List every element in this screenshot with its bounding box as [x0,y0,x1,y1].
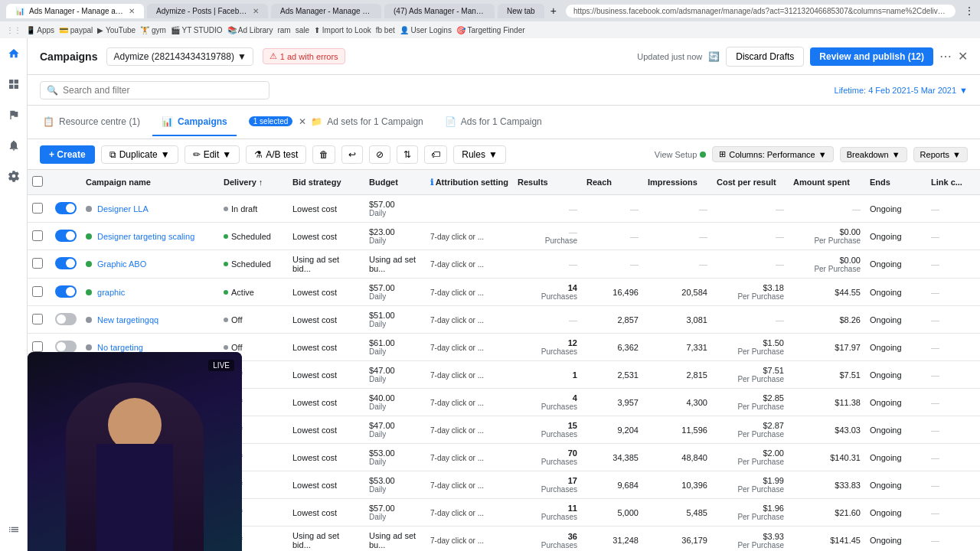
create-button[interactable]: + Create [40,145,95,164]
bookmark-gym[interactable]: 🏋 gym [140,26,166,34]
reports-dropdown-icon[interactable]: ▼ [952,150,961,159]
cpr-header[interactable]: Cost per result [712,170,789,195]
header-more-button[interactable]: ⋯ [939,49,952,64]
link-clicks-header[interactable]: Link c... [926,170,980,195]
delete-button[interactable]: 🗑 [312,145,335,164]
row-checkbox[interactable] [32,286,43,297]
date-range-selector[interactable]: Lifetime: 4 Feb 2021-5 Mar 2021 ▼ [835,86,968,95]
bookmark-ytstudio[interactable]: 🎬 YT STUDIO [171,26,223,34]
tab-close-2[interactable]: ✕ [253,7,259,15]
account-selector[interactable]: Adymize (282143434319788) ▼ [106,47,253,66]
row-checkbox-cell[interactable] [28,195,51,223]
row-checkbox[interactable] [32,258,43,269]
row-checkbox[interactable] [32,314,43,324]
undo-button[interactable]: ↩ [341,145,363,164]
row-checkbox[interactable] [32,230,43,241]
tab-1[interactable]: 📊 Ads Manager - Manage ads - C... ✕ [6,4,144,18]
tab-5[interactable]: New tab [498,4,544,18]
campaign-toggle[interactable] [55,313,77,325]
campaign-name-link[interactable]: Designer LLA [97,204,149,214]
row-checkbox-cell[interactable] [28,250,51,279]
rules-button[interactable]: Rules ▼ [453,145,506,164]
error-badge[interactable]: ⚠ 1 ad with errors [263,48,345,64]
columns-button[interactable]: ⊞ Columns: Performance ▼ [712,146,833,162]
row-toggle-cell[interactable] [51,250,81,279]
bookmark-targetting[interactable]: 🎯 Targetting Finder [456,26,525,34]
bookmark-sale[interactable]: sale [296,26,309,34]
budget-header[interactable]: Budget [364,170,426,195]
row-toggle-cell[interactable] [51,279,81,306]
campaign-name-link[interactable]: graphic [97,288,125,297]
bookmark-adlibrary[interactable]: 📚 Ad Library [227,26,273,34]
new-tab-button[interactable]: + [550,5,557,17]
row-checkbox-cell[interactable] [28,306,51,334]
sidebar-grid-icon[interactable] [5,75,23,93]
tab-resource-centre[interactable]: 📋 Resource centre (1) [34,109,149,136]
bid-strategy-header[interactable]: Bid strategy [288,170,364,195]
impressions-header[interactable]: Impressions [643,170,712,195]
columns-dropdown-icon[interactable]: ▼ [818,150,827,159]
tab-close-1[interactable]: ✕ [129,7,135,15]
bookmark-userlogins[interactable]: 👤 User Logins [400,26,452,34]
campaign-name-link[interactable]: New targetingqq [97,315,158,324]
edit-button[interactable]: ✏ Edit ▼ [185,145,240,164]
sidebar-notification-icon[interactable] [5,136,23,155]
campaign-name-link[interactable]: Designer targeting scaling [97,232,194,241]
edit-dropdown-icon[interactable]: ▼ [222,149,231,160]
bookmark-ram[interactable]: ram [277,26,290,34]
results-header[interactable]: Results [513,170,582,195]
bookmark-paypal[interactable]: 💳 paypal [59,26,93,34]
campaign-toggle[interactable] [55,341,77,353]
sidebar-home-icon[interactable] [5,44,23,63]
bookmark-fbbet[interactable]: fb bet [376,26,395,34]
row-checkbox-cell[interactable] [28,279,51,306]
campaign-toggle[interactable] [55,202,77,214]
campaign-toggle[interactable] [55,230,77,242]
close-button[interactable]: ✕ [958,49,968,64]
campaign-toggle[interactable] [55,257,77,269]
campaign-name-link[interactable]: Graphic ABO [97,259,146,269]
select-all-header[interactable] [28,170,51,195]
campaign-toggle[interactable] [55,285,77,298]
rules-dropdown-icon[interactable]: ▼ [488,149,498,160]
sidebar-settings-icon[interactable] [5,167,23,185]
amount-spent-header[interactable]: Amount spent [789,170,865,195]
campaign-name-link[interactable]: No targeting [97,343,143,352]
selected-close-icon[interactable]: ✕ [299,116,306,127]
tab-ad-sets[interactable]: 1 selected ✕ 📁 Ad sets for 1 Campaign [240,109,433,136]
bookmark-youtube[interactable]: ▶ YouTube [97,26,136,34]
ends-header[interactable]: Ends [865,170,926,195]
tab-ads[interactable]: 📄 Ads for 1 Campaign [436,109,551,136]
row-toggle-cell[interactable] [51,306,81,334]
attribution-header[interactable]: ℹ Attribution setting [426,170,513,195]
tab-3[interactable]: Ads Manager - Manage ads - R... [271,4,381,18]
tab-campaigns[interactable]: 📊 Campaigns [152,109,237,136]
row-toggle-cell[interactable] [51,195,81,223]
delivery-header[interactable]: Delivery ↑ [219,170,288,195]
tab-2[interactable]: Adymize - Posts | Facebook ✕ [147,4,268,18]
breakdown-button[interactable]: Breakdown ▼ [840,147,907,162]
move-button[interactable]: ⇅ [397,145,418,164]
ab-test-button[interactable]: ⚗ A/B test [246,145,306,164]
row-checkbox[interactable] [32,341,43,352]
campaign-name-header[interactable]: Campaign name [81,170,219,195]
refresh-icon[interactable]: 🔄 [708,51,720,62]
select-all-checkbox[interactable] [32,176,43,187]
bookmark-import[interactable]: ⬆ Import to Look [314,26,371,34]
duplicate-button[interactable]: ⧉ Duplicate ▼ [101,145,178,164]
reach-header[interactable]: Reach [582,170,643,195]
view-setup-button[interactable]: View Setup [655,150,706,159]
reports-button[interactable]: Reports ▼ [913,147,968,162]
breakdown-dropdown-icon[interactable]: ▼ [892,150,900,159]
sidebar-list-icon[interactable] [5,520,23,539]
tag-button[interactable]: 🏷 [424,145,447,164]
search-input[interactable] [63,85,263,96]
duplicate-dropdown-icon[interactable]: ▼ [161,149,170,160]
bookmark-apps[interactable]: 📱 Apps [26,26,54,34]
row-checkbox-cell[interactable] [28,223,51,250]
tab-4[interactable]: (47) Ads Manager - Manage ads... [384,4,495,18]
sidebar-flag-icon[interactable] [5,106,23,124]
discard-button[interactable]: ⊘ [369,145,390,164]
discard-drafts-button[interactable]: Discard Drafts [726,47,804,67]
row-checkbox[interactable] [32,203,43,214]
